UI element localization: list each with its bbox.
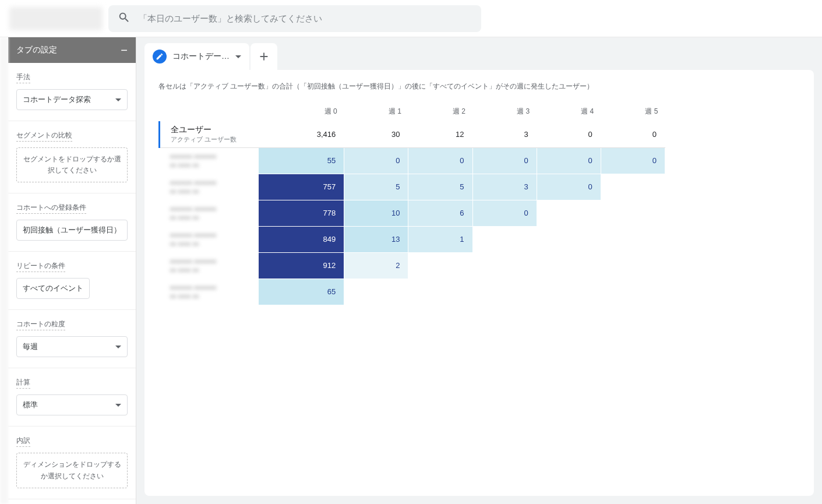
col-header: 週 4 [537,102,601,121]
section-return: リピートの条件 すべてのイベント [8,252,136,310]
cohort-cell: 0 [344,147,408,174]
sidebar-header: タブの設定 − [8,37,136,63]
cohort-cell: 5 [344,174,408,200]
edit-icon [153,50,167,64]
breakdown-label: 内訳 [16,436,30,447]
cohort-cell: 55 [259,147,344,174]
cohort-cell: 778 [259,200,344,226]
cohort-cell: 0 [537,174,601,200]
cohort-cell: 13 [344,226,408,252]
cohort-row-label-blurred: xxxxxxx xxxxxxxxx xxxx xx [170,205,251,221]
cohort-cell: 0 [601,147,665,174]
cohort-cell [537,200,601,226]
cohort-cell [601,226,665,252]
search-bar[interactable] [108,5,481,32]
section-breakdown: 内訳 ディメンションをドロップするか選択してください [8,427,136,499]
chevron-down-icon [115,404,121,407]
col-header: 週 0 [259,102,344,121]
cohort-row-label-blurred: xxxxxxx xxxxxxxxx xxxx xx [170,231,251,248]
cohort-cell [408,252,472,279]
col-header: 週 5 [601,102,665,121]
cohort-table: 週 0 週 1 週 2 週 3 週 4 週 5 全ユーザーアクティブ ユーザー数… [158,102,665,305]
cohort-row-label-blurred: xxxxxxx xxxxxxxxx xxxx xx [170,152,251,169]
app-header [0,0,822,37]
calculation-label: 計算 [16,378,30,389]
cohort-cell [472,226,537,252]
method-value: コホートデータ探索 [23,94,91,105]
cohort-cell: 10 [344,200,408,226]
cohort-cell: 912 [259,252,344,279]
cohort-cell [537,226,601,252]
cohort-cell: 0 [537,147,601,174]
cohort-cell: 5 [408,174,472,200]
cohort-cell: 1 [408,226,472,252]
collapse-icon[interactable]: − [121,44,128,56]
inclusion-label: コホートへの登録条件 [16,203,86,214]
report-description: 各セルは「アクティブ ユーザー数」の合計（「初回接触（ユーザー獲得日）」の後に「… [158,82,800,91]
segment-label: セグメントの比較 [16,131,72,142]
tab-strip: コホートデー… [136,37,822,70]
cohort-row-label-blurred: xxxxxxx xxxxxxxxx xxxx xx [170,283,251,300]
cohort-cell: 757 [259,174,344,200]
col-header: 週 1 [344,102,408,121]
section-inclusion: コホートへの登録条件 初回接触（ユーザー獲得日） [8,193,136,252]
cohort-cell [601,174,665,200]
granularity-select[interactable]: 毎週 [16,336,128,357]
cohort-cell [537,279,601,305]
tab-label: コホートデー… [172,51,230,62]
cohort-cell [472,279,537,305]
tab-cohort[interactable]: コホートデー… [144,43,249,70]
section-method: 手法 コホートデータ探索 [8,63,136,121]
cohort-cell [601,252,665,279]
cohort-row-label-blurred: xxxxxxx xxxxxxxxx xxxx xx [170,257,251,274]
cohort-cell: 0 [472,200,537,226]
summary-cell: 30 [344,121,408,147]
app-logo [9,7,103,30]
cohort-cell: 65 [259,279,344,305]
cohort-cell: 0 [472,147,537,174]
col-header: 週 3 [472,102,537,121]
cohort-cell [601,200,665,226]
content-area: コホートデー… 各セルは「アクティブ ユーザー数」の合計（「初回接触（ユーザー獲… [136,37,822,504]
summary-cell: 12 [408,121,472,147]
calculation-value: 標準 [23,400,38,410]
section-granularity: コホートの粒度 毎週 [8,310,136,368]
return-chip[interactable]: すべてのイベント [16,278,90,299]
summary-subtitle: アクティブ ユーザー数 [171,135,250,144]
chevron-down-icon[interactable] [235,55,241,58]
cohort-cell: 849 [259,226,344,252]
add-tab-button[interactable] [251,43,277,70]
cohort-cell [601,279,665,305]
table-row: xxxxxxx xxxxxxxxx xxxx xx7781060 [160,200,665,226]
cohort-cell: 0 [408,147,472,174]
inclusion-chip[interactable]: 初回接触（ユーザー獲得日） [16,220,128,241]
granularity-label: コホートの粒度 [16,319,65,330]
settings-sidebar: タブの設定 − 手法 コホートデータ探索 セグメントの比較 セグメントをドロップ… [8,37,136,504]
chevron-down-icon [115,98,121,101]
summary-cell: 0 [537,121,601,147]
summary-row: 全ユーザーアクティブ ユーザー数3,4163012300 [160,121,665,147]
cohort-row-label-blurred: xxxxxxx xxxxxxxxx xxxx xx [170,178,251,195]
nav-rail-blurred [0,37,8,504]
table-row: xxxxxxx xxxxxxxxx xxxx xx849131 [160,226,665,252]
cohort-cell [472,252,537,279]
cohort-cell [344,279,408,305]
method-select[interactable]: コホートデータ探索 [16,89,128,110]
cohort-cell: 6 [408,200,472,226]
return-label: リピートの条件 [16,261,65,272]
search-input[interactable] [139,13,472,23]
table-row: xxxxxxx xxxxxxxxx xxxx xx5500000 [160,147,665,174]
col-header: 週 2 [408,102,472,121]
section-calculation: 計算 標準 [8,368,136,427]
breakdown-drop-zone[interactable]: ディメンションをドロップするか選択してください [16,453,128,488]
cohort-cell [537,252,601,279]
cohort-cell: 3 [472,174,537,200]
chevron-down-icon [115,346,121,348]
section-segment: セグメントの比較 セグメントをドロップするか選択してください [8,121,136,193]
summary-cell: 3,416 [259,121,344,147]
table-row: xxxxxxx xxxxxxxxx xxxx xx65 [160,279,665,305]
segment-drop-zone[interactable]: セグメントをドロップするか選択してください [16,147,128,182]
summary-title: 全ユーザー [171,125,250,135]
search-icon [118,11,139,26]
calculation-select[interactable]: 標準 [16,394,128,415]
